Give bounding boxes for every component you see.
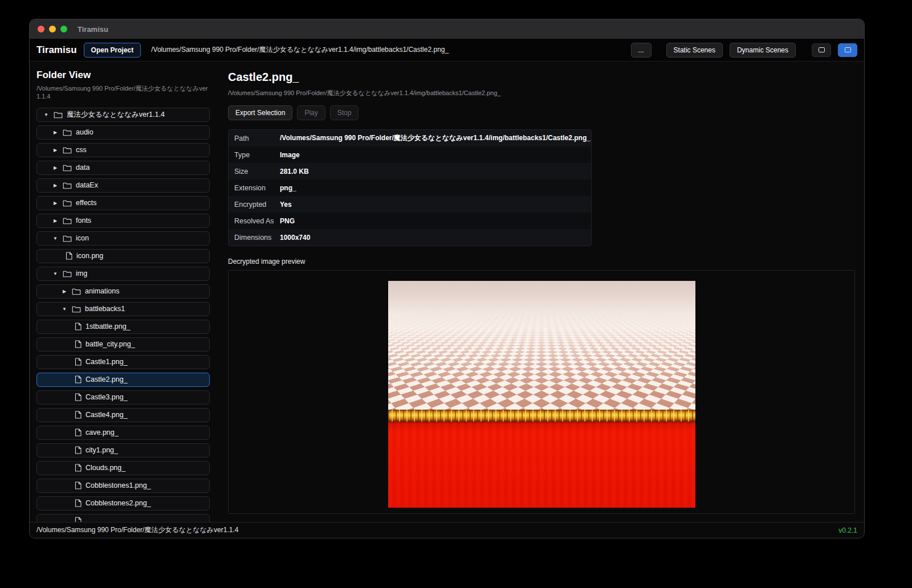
more-options-button[interactable]: ... [631, 43, 652, 58]
tree-item[interactable]: ▼img [36, 267, 210, 281]
tree-item[interactable]: ▶audio [36, 125, 210, 140]
tree-item[interactable]: cave.png_ [36, 426, 210, 440]
tree-item-label: data [76, 164, 89, 172]
tree-item-label: icon [76, 234, 89, 242]
export-selection-button[interactable]: Export Selection [228, 105, 292, 120]
tree-item[interactable]: Castle2.png_ [36, 373, 210, 387]
tree-item[interactable]: city1.png_ [36, 443, 210, 458]
tree-item[interactable]: Cobblestones2.png_ [36, 496, 210, 511]
chevron-right-icon[interactable]: ▶ [52, 218, 59, 223]
property-row: Size281.0 KB [229, 163, 591, 179]
tree-item[interactable]: Clouds.png_ [36, 461, 210, 475]
grid-view-button[interactable] [838, 43, 857, 57]
close-button[interactable] [38, 26, 44, 32]
folder-icon [63, 129, 72, 136]
tree-item[interactable]: Cobblestones1.png_ [36, 479, 210, 493]
zoom-button[interactable] [60, 26, 67, 32]
property-row: Dimensions1000x740 [229, 229, 591, 246]
folder-tree[interactable]: ▼魔法少女るなとななみver1.1.4▶audio▶css▶data▶dataE… [36, 108, 210, 522]
tree-item[interactable]: Castle1.png_ [36, 355, 210, 369]
panel-icon [845, 47, 851, 52]
tree-item[interactable] [36, 514, 210, 522]
tree-item[interactable]: battle_city.png_ [36, 337, 210, 352]
property-row: TypeImage [229, 146, 591, 163]
file-icon [75, 340, 82, 348]
status-bar: /Volumes/Samsung 990 Pro/Folder/魔法少女るなとな… [30, 522, 864, 538]
tree-item[interactable]: ▶animations [36, 284, 210, 299]
tree-item-label: dataEx [76, 181, 98, 189]
property-row: Path/Volumes/Samsung 990 Pro/Folder/魔法少女… [229, 130, 591, 146]
play-button[interactable]: Play [297, 105, 325, 120]
property-value: Image [274, 151, 300, 159]
tree-item-label: battlebacks1 [85, 305, 125, 313]
tree-item[interactable]: ▼icon [36, 231, 210, 246]
property-label: Path [229, 134, 274, 142]
chevron-down-icon[interactable]: ▼ [61, 307, 68, 312]
horizon-haze [388, 281, 695, 410]
chevron-right-icon[interactable]: ▶ [61, 289, 68, 294]
chevron-right-icon[interactable]: ▶ [52, 148, 59, 153]
stop-button[interactable]: Stop [330, 105, 359, 120]
tree-item[interactable]: ▶effects [36, 196, 210, 210]
chevron-right-icon[interactable]: ▶ [52, 201, 59, 206]
open-project-button[interactable]: Open Project [84, 43, 141, 58]
property-value: Yes [274, 201, 292, 209]
folder-icon [63, 199, 72, 207]
chevron-down-icon[interactable]: ▼ [52, 236, 59, 241]
tree-item[interactable]: ▶data [36, 161, 210, 175]
tree-item[interactable]: ▶dataEx [36, 178, 210, 193]
property-row: Extensionpng_ [229, 179, 591, 196]
chevron-right-icon[interactable]: ▶ [52, 165, 59, 170]
red-carpet [388, 422, 695, 508]
folder-icon [72, 288, 81, 295]
property-label: Dimensions [229, 234, 274, 242]
property-value: 281.0 KB [274, 168, 309, 175]
status-path: /Volumes/Samsung 990 Pro/Folder/魔法少女るなとな… [36, 525, 238, 535]
tree-item-label: effects [76, 199, 97, 207]
file-icon [75, 375, 82, 383]
file-icon [75, 411, 82, 419]
sidebar-title: Folder View [36, 70, 210, 81]
file-icon [75, 358, 82, 366]
chevron-right-icon[interactable]: ▶ [52, 183, 59, 188]
tree-item[interactable]: ▼battlebacks1 [36, 302, 210, 316]
tree-item-label: city1.png_ [85, 446, 118, 454]
minimize-button[interactable] [49, 26, 56, 32]
tree-item[interactable]: 1stbattle.png_ [36, 320, 210, 334]
file-icon [75, 464, 82, 472]
tree-item-label: Cobblestones1.png_ [85, 481, 151, 489]
chevron-down-icon[interactable]: ▼ [43, 112, 50, 117]
file-icon [75, 499, 82, 507]
preview-panel [228, 270, 855, 514]
chevron-right-icon[interactable]: ▶ [52, 130, 59, 135]
tree-item[interactable]: Castle3.png_ [36, 390, 210, 405]
tree-item-label: fonts [76, 217, 91, 224]
panel-icon [819, 47, 825, 52]
tree-item[interactable]: ▶css [36, 143, 210, 157]
action-bar: Export Selection Play Stop [228, 105, 855, 120]
tree-item[interactable]: icon.png [36, 249, 210, 263]
tree-item-label: battle_city.png_ [85, 340, 135, 348]
tree-item[interactable]: Castle4.png_ [36, 408, 210, 422]
folder-icon [63, 270, 72, 277]
folder-icon [63, 146, 72, 154]
property-value: PNG [274, 217, 295, 225]
property-value: /Volumes/Samsung 990 Pro/Folder/魔法少女るなとな… [274, 133, 591, 143]
file-icon [75, 446, 82, 454]
property-label: Resolved As [229, 217, 274, 225]
static-scenes-button[interactable]: Static Scenes [666, 43, 723, 58]
list-view-button[interactable] [812, 43, 831, 57]
dynamic-scenes-button[interactable]: Dynamic Scenes [730, 43, 796, 58]
tree-item[interactable]: ▼魔法少女るなとななみver1.1.4 [36, 108, 210, 122]
property-row: EncryptedYes [229, 196, 591, 213]
folder-icon [63, 235, 72, 242]
folder-view-sidebar: Folder View /Volumes/Samsung 990 Pro/Fol… [30, 62, 217, 522]
app-brand: Tiramisu [36, 44, 77, 56]
tree-item[interactable]: ▶fonts [36, 214, 210, 228]
properties-table: Path/Volumes/Samsung 990 Pro/Folder/魔法少女… [228, 129, 592, 246]
tree-item-label: cave.png_ [85, 428, 119, 436]
chevron-down-icon[interactable]: ▼ [52, 271, 59, 276]
property-label: Encrypted [229, 201, 274, 209]
app-toolbar: Tiramisu Open Project /Volumes/Samsung 9… [30, 39, 864, 62]
checkerboard-floor [388, 281, 695, 410]
